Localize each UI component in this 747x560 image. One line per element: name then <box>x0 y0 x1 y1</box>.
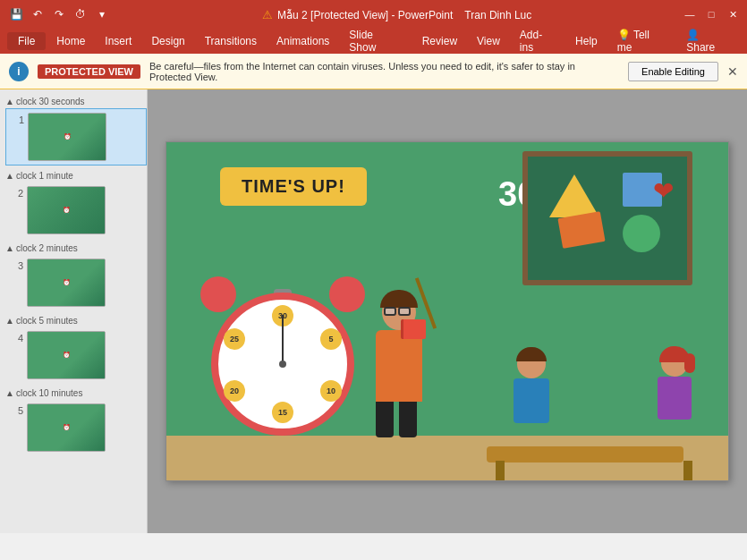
slide-canvas: TIME'S UP! TIME LIMIT: 30 seconds 30 5 <box>166 141 729 481</box>
menu-insert[interactable]: Insert <box>96 32 140 50</box>
slide-group-2: ▲ clock 1 minute 2 ⏰ <box>0 167 147 240</box>
menu-review[interactable]: Review <box>413 32 466 50</box>
thumb-inner-5: ⏰ <box>28 404 105 451</box>
slide-item-1[interactable]: 1 ⏰ <box>5 108 147 165</box>
window-buttons: — □ ✕ <box>683 7 740 21</box>
slide-item-3[interactable]: 3 ⏰ <box>5 255 147 310</box>
shape-circle <box>623 215 660 252</box>
teacher-leg-right <box>399 402 417 437</box>
enable-editing-button[interactable]: Enable Editing <box>628 62 718 81</box>
slide-thumb-1: ⏰ <box>28 113 106 161</box>
title-text: Mẫu 2 [Protected View] - PowerPoint <box>277 9 453 21</box>
slide-group-4: ▲ clock 5 minutes 4 ⏰ <box>0 312 147 385</box>
kid1 <box>505 350 558 448</box>
kid2-head <box>661 350 688 377</box>
clock-center-dot <box>279 361 286 368</box>
clock-bell-right <box>329 276 365 312</box>
slide-group-label-1: ▲ clock 30 seconds <box>5 95 147 108</box>
slide-thumb-2: ⏰ <box>27 186 106 234</box>
close-button[interactable]: ✕ <box>726 7 740 21</box>
desk-leg-right <box>683 461 692 480</box>
thumb-inner-3: ⏰ <box>28 259 105 306</box>
main-area: ▲ clock 30 seconds 1 ⏰ ▲ clock 1 minute … <box>0 89 747 533</box>
desk-area <box>469 346 719 480</box>
slide-canvas-area: TIME'S UP! TIME LIMIT: 30 seconds 30 5 <box>148 89 747 533</box>
menu-addins[interactable]: Add-ins <box>511 26 564 56</box>
menu-design[interactable]: Design <box>142 32 193 50</box>
slide-thumb-3: ⏰ <box>27 259 106 307</box>
menu-help[interactable]: Help <box>566 32 607 50</box>
slide-item-2[interactable]: 2 ⏰ <box>5 182 147 238</box>
redo-icon[interactable]: ↷ <box>50 5 68 23</box>
protected-view-label: PROTECTED VIEW <box>38 64 140 79</box>
menu-tellme[interactable]: 💡 Tell me <box>608 26 675 56</box>
kid2-body <box>658 377 692 420</box>
protected-view-icon: i <box>9 62 29 81</box>
clock-bell-left <box>200 276 236 312</box>
slide-group-1: ▲ clock 30 seconds 1 ⏰ <box>0 93 147 167</box>
clock-num-15: 15 <box>272 402 293 423</box>
customize-icon[interactable]: ▾ <box>93 5 111 23</box>
slide-group-label-3: ▲ clock 2 minutes <box>5 242 147 255</box>
shape-rect <box>557 211 605 249</box>
undo-icon[interactable]: ↶ <box>29 5 47 23</box>
glass-lens-right <box>398 307 411 316</box>
desk <box>487 446 683 462</box>
menu-transitions[interactable]: Transitions <box>196 32 266 50</box>
protected-view-bar: i PROTECTED VIEW Be careful—files from t… <box>0 54 747 89</box>
menu-view[interactable]: View <box>468 32 509 50</box>
clock-body: 30 5 10 15 20 25 <box>211 293 354 436</box>
menu-file[interactable]: File <box>7 32 46 50</box>
title-bar-controls: 💾 ↶ ↷ ⏱ ▾ <box>7 5 111 23</box>
protected-view-close[interactable]: ✕ <box>727 64 738 79</box>
clock-num-5: 5 <box>320 328 342 350</box>
warning-icon: ⚠ <box>262 8 273 21</box>
teacher-book <box>401 319 426 339</box>
menu-bar: File Home Insert Design Transitions Anim… <box>0 29 747 54</box>
clock-num-10: 10 <box>320 380 342 402</box>
menu-home[interactable]: Home <box>47 32 94 50</box>
teacher-glasses <box>384 307 414 316</box>
shape-triangle <box>549 174 599 217</box>
clock-num-20: 20 <box>224 380 245 402</box>
slide-group-label-5: ▲ clock 10 minutes <box>5 386 147 400</box>
teacher-leg-left <box>376 402 394 437</box>
slide-group-3: ▲ clock 2 minutes 3 ⏰ <box>0 240 147 312</box>
clock: 30 5 10 15 20 25 <box>193 266 372 462</box>
window-title: ⚠ Mẫu 2 [Protected View] - PowerPoint Tr… <box>111 8 683 21</box>
glass-lens-left <box>384 307 396 316</box>
teacher-legs <box>376 402 422 437</box>
kid2 <box>648 350 701 448</box>
maximize-button[interactable]: □ <box>704 7 718 21</box>
blackboard: ❤ <box>522 151 692 285</box>
title-bar: 💾 ↶ ↷ ⏱ ▾ ⚠ Mẫu 2 [Protected View] - Pow… <box>0 0 747 29</box>
user-name: Tran Dinh Luc <box>464 9 531 21</box>
slide-group-label-4: ▲ clock 5 minutes <box>5 314 147 327</box>
kid1-hair <box>516 347 547 361</box>
menu-slideshow[interactable]: Slide Show <box>340 26 411 56</box>
thumb-inner-1: ⏰ <box>29 114 106 160</box>
protected-view-message: Be careful—files from the Internet can c… <box>149 61 619 82</box>
record-icon[interactable]: ⏱ <box>72 5 89 23</box>
slide-thumb-5: ⏰ <box>27 403 106 452</box>
kid1-body <box>514 378 549 423</box>
save-icon[interactable]: 💾 <box>7 5 25 23</box>
slide-group-5: ▲ clock 10 minutes 5 ⏰ <box>0 385 147 457</box>
thumb-inner-2: ⏰ <box>28 187 105 233</box>
slide-item-4[interactable]: 4 ⏰ <box>5 327 147 383</box>
kid2-ponytail <box>684 353 695 373</box>
slide-panel: ▲ clock 30 seconds 1 ⏰ ▲ clock 1 minute … <box>0 89 148 533</box>
minimize-button[interactable]: — <box>683 7 697 21</box>
menu-share[interactable]: 👤 Share <box>677 26 740 56</box>
slide-item-5[interactable]: 5 ⏰ <box>5 400 147 455</box>
teacher <box>363 294 435 437</box>
thumb-inner-4: ⏰ <box>28 332 105 378</box>
slide-thumb-4: ⏰ <box>27 331 106 379</box>
teacher-hair <box>380 290 418 308</box>
menu-animations[interactable]: Animations <box>267 32 338 50</box>
kid1-head <box>517 350 546 378</box>
teacher-body-area <box>363 330 435 402</box>
clock-num-25: 25 <box>224 328 245 350</box>
teacher-body <box>376 330 422 402</box>
clock-hand <box>282 315 284 364</box>
